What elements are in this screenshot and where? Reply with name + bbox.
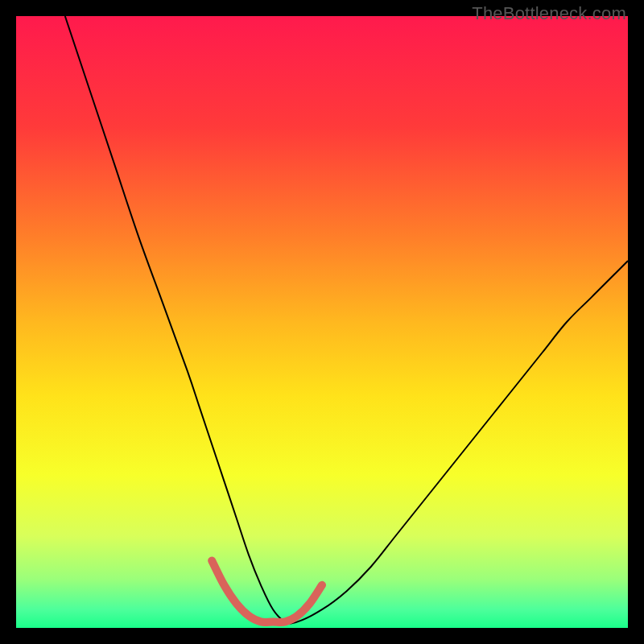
watermark-text: TheBottleneck.com [472,3,626,24]
chart-svg [16,16,628,628]
chart-frame: TheBottleneck.com [0,0,644,644]
plot-area [16,16,628,628]
gradient-background [16,16,628,628]
